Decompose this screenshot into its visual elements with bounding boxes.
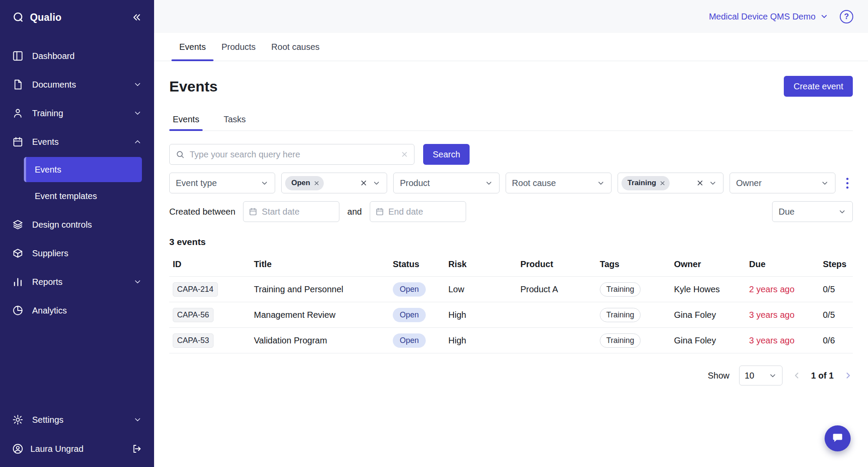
sidebar-subitem-event-templates[interactable]: Event templates [24, 183, 142, 209]
cell-owner: Gina Foley [671, 302, 746, 328]
search-row: Search [169, 144, 853, 165]
sidebar-item-label: Suppliers [32, 248, 68, 258]
select-label: Root cause [512, 178, 556, 188]
cell-tags: Training [596, 277, 671, 302]
start-date-input[interactable] [262, 207, 334, 217]
due-select[interactable]: Due [772, 201, 853, 222]
sidebar-item-suppliers[interactable]: Suppliers [0, 239, 154, 268]
chip-remove-icon[interactable] [660, 180, 665, 186]
cell-id: CAPA-53 [169, 328, 250, 353]
table-row[interactable]: CAPA-56 Management Review Open High Trai… [169, 302, 853, 328]
sidebar-subitem-label: Event templates [35, 191, 97, 201]
page-size-select[interactable]: 10 [739, 366, 783, 385]
tab-label: Events [179, 42, 206, 52]
tab-events[interactable]: Events [171, 33, 214, 61]
cell-product: Product A [517, 277, 596, 302]
cell-title: Training and Personnel [250, 277, 389, 302]
sidebar-item-reports[interactable]: Reports [0, 268, 154, 296]
logout-icon[interactable] [132, 444, 142, 454]
table-header-row: ID Title Status Risk Product Tags Owner … [169, 251, 853, 277]
sidebar-item-design-controls[interactable]: Design controls [0, 210, 154, 239]
id-chip: CAPA-53 [173, 333, 214, 348]
start-date-field [243, 201, 339, 222]
cell-status: Open [389, 277, 445, 302]
column-header-tags: Tags [596, 251, 671, 277]
chevron-down-icon [821, 179, 829, 187]
search-input[interactable] [190, 150, 396, 160]
sidebar-item-settings[interactable]: Settings [0, 405, 154, 434]
results-count: 3 events [169, 237, 853, 247]
org-selector-label: Medical Device QMS Demo [709, 12, 815, 22]
clear-search-icon[interactable] [401, 151, 408, 158]
tag-pill: Training [600, 308, 641, 322]
page-title: Events [169, 78, 218, 95]
calendar-icon [375, 207, 384, 216]
subtab-tasks[interactable]: Tasks [220, 108, 249, 131]
sidebar-item-documents[interactable]: Documents [0, 70, 154, 99]
topbar: Medical Device QMS Demo ? [154, 0, 868, 33]
clear-filter-icon[interactable] [360, 180, 367, 186]
search-button[interactable]: Search [423, 144, 470, 165]
column-header-owner: Owner [671, 251, 746, 277]
due-text: 3 years ago [749, 336, 795, 345]
show-label: Show [708, 371, 730, 381]
subtab-events[interactable]: Events [169, 108, 203, 131]
root-cause-select[interactable]: Root cause [506, 173, 612, 193]
pagination: Show 10 1 of 1 [169, 366, 853, 396]
column-header-title: Title [250, 251, 389, 277]
previous-page-button[interactable] [792, 371, 802, 380]
sidebar-item-label: Training [32, 108, 63, 118]
clear-filter-icon[interactable] [697, 180, 704, 186]
sidebar-item-training[interactable]: Training [0, 99, 154, 127]
column-header-status: Status [389, 251, 445, 277]
cell-status: Open [389, 302, 445, 328]
sidebar-item-dashboard[interactable]: Dashboard [0, 42, 154, 70]
status-select[interactable]: Open [281, 173, 387, 193]
search-box [169, 144, 414, 165]
chat-bubble-icon [832, 432, 844, 444]
dashboard-icon [12, 50, 23, 62]
more-filters-button[interactable] [842, 176, 853, 190]
sidebar-item-events[interactable]: Events [0, 127, 154, 156]
create-event-button[interactable]: Create event [784, 76, 853, 97]
filter-row: Event type Open Product Root cause [169, 173, 853, 193]
sidebar-item-label: Dashboard [32, 51, 75, 61]
chat-widget-button[interactable] [825, 425, 851, 451]
cell-id: CAPA-56 [169, 302, 250, 328]
chevron-down-icon [838, 208, 846, 216]
cell-tags: Training [596, 328, 671, 353]
training-icon [12, 108, 23, 119]
owner-select[interactable]: Owner [730, 173, 835, 193]
sidebar-collapse-button[interactable] [132, 12, 142, 23]
tab-label: Root causes [271, 42, 319, 52]
cell-status: Open [389, 328, 445, 353]
help-button[interactable]: ? [840, 10, 853, 23]
tab-products[interactable]: Products [214, 33, 263, 61]
sidebar-item-analytics[interactable]: Analytics [0, 296, 154, 325]
chip-label: Open [291, 179, 310, 187]
column-header-risk: Risk [445, 251, 517, 277]
chip-remove-icon[interactable] [314, 180, 319, 186]
next-page-button[interactable] [843, 371, 853, 380]
documents-icon [12, 79, 23, 90]
select-label: Product [400, 178, 430, 188]
sidebar-subitem-events[interactable]: Events [24, 157, 142, 182]
tags-select[interactable]: Training [618, 173, 723, 193]
tab-root-causes[interactable]: Root causes [263, 33, 327, 61]
end-date-input[interactable] [388, 207, 460, 217]
sidebar-nav: Dashboard Documents Training Events Even… [0, 35, 154, 325]
cell-due: 3 years ago [746, 302, 819, 328]
table-row[interactable]: CAPA-53 Validation Program Open High Tra… [169, 328, 853, 353]
event-type-select[interactable]: Event type [169, 173, 275, 193]
end-date-field [370, 201, 466, 222]
status-badge: Open [393, 282, 426, 297]
org-selector[interactable]: Medical Device QMS Demo [709, 12, 829, 22]
chevron-down-icon [820, 12, 829, 21]
user-menu[interactable]: Laura Ungrad [0, 434, 154, 464]
chevron-down-icon [133, 80, 142, 89]
table-row[interactable]: CAPA-214 Training and Personnel Open Low… [169, 277, 853, 302]
page-info: 1 of 1 [811, 371, 834, 381]
select-label: Owner [736, 178, 762, 188]
product-select[interactable]: Product [393, 173, 499, 193]
status-filter-chip: Open [285, 176, 323, 190]
